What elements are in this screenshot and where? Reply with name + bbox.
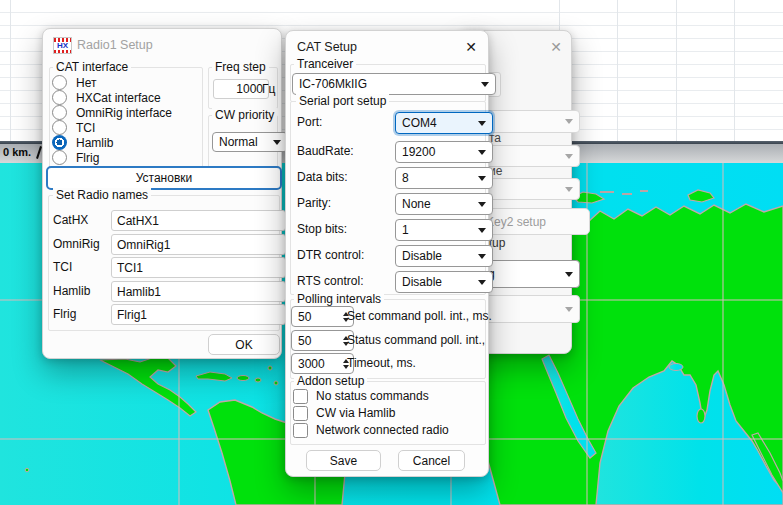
table-grid-line [676, 0, 677, 141]
island [255, 378, 261, 382]
window-title: CAT Setup [297, 40, 357, 54]
field-label: TCI [53, 260, 72, 274]
checkbox-icon [293, 389, 308, 404]
island [237, 376, 249, 381]
chevron-down-icon [478, 150, 486, 155]
parity-dropdown[interactable]: None [395, 193, 493, 215]
radio-option-tci[interactable]: TCI [52, 120, 95, 135]
tranceiver-label: Tranceiver [294, 57, 356, 71]
rts-dropdown[interactable]: Disable [395, 271, 493, 293]
field-label: Flrig [53, 307, 76, 321]
chevron-down-icon [565, 187, 573, 192]
loghx-app-icon: HX [53, 37, 72, 54]
map-scale-label: 0 km. [3, 146, 31, 158]
table-grid-line [617, 0, 618, 141]
no-status-commands-checkbox[interactable]: No status commands [293, 389, 429, 403]
island [274, 381, 278, 385]
cw-via-hamlib-checkbox[interactable]: CW via Hamlib [293, 406, 395, 420]
radio-icon [52, 105, 67, 120]
radio1-setup-dialog: HX Radio1 Setup CAT interface Нет HXCat … [42, 28, 282, 359]
table-grid-line [734, 0, 735, 141]
chevron-down-icon [565, 307, 573, 312]
serial-port-group-label: Serial port setup [296, 94, 389, 108]
cat-interface-group-label: CAT interface [53, 60, 131, 74]
radio-option-net[interactable]: Нет [52, 75, 96, 90]
status-poll-label: Status command poll. int., [347, 333, 485, 347]
addon-group-label: Addon setup [294, 374, 367, 388]
chevron-down-icon [565, 119, 573, 124]
dtr-label: DTR control: [297, 248, 364, 262]
cancel-button[interactable]: Cancel [398, 450, 465, 471]
databits-dropdown[interactable]: 8 [395, 167, 493, 189]
hamlib-name-input[interactable]: Hamlib1 [111, 281, 286, 302]
chevron-down-icon [565, 272, 573, 277]
polling-group-label: Polling intervals [294, 292, 384, 306]
set-radio-names-label: Set Radio names [53, 188, 151, 202]
network-radio-checkbox[interactable]: Network connected radio [293, 423, 449, 437]
field-label: Hamlib [53, 284, 90, 298]
close-icon[interactable]: ✕ [548, 39, 564, 55]
checkbox-icon [293, 406, 308, 421]
screen: { "map": { "scale_label": "0 km.", "colo… [0, 0, 783, 505]
port-label: Port: [297, 115, 322, 129]
timeout-spinner[interactable]: 3000 [291, 353, 354, 374]
freq-step-label: Freq step [212, 60, 269, 74]
cat-setup-dialog: CAT Setup ✕ Tranceiver IC-706MkIIG Seria… [285, 30, 489, 477]
timeout-label: Timeout, ms. [347, 356, 416, 370]
radio-icon [52, 75, 67, 90]
cathx-name-input[interactable]: CatHX1 [111, 210, 286, 231]
chevron-down-icon [478, 176, 486, 181]
checkbox-icon [293, 423, 308, 438]
stopbits-label: Stop bits: [297, 222, 347, 236]
freq-step-input[interactable]: 1000 [213, 79, 269, 99]
omnirig-name-input[interactable]: OmniRig1 [111, 234, 286, 255]
chevron-down-icon [481, 82, 489, 87]
window-title: Radio1 Setup [77, 38, 153, 52]
persian-gulf [669, 364, 683, 371]
table-grid-line [10, 0, 11, 141]
chevron-down-icon [478, 280, 486, 285]
freq-step-unit: Гц [262, 82, 275, 96]
island-speck [25, 468, 29, 472]
field-label: OmniRig [53, 237, 100, 251]
radio-selected-icon [52, 135, 67, 150]
ok-button[interactable]: OK [208, 334, 280, 355]
chevron-down-icon [478, 228, 486, 233]
chevron-down-icon [478, 121, 486, 126]
tranceiver-dropdown[interactable]: IC-706MkIIG [292, 73, 496, 95]
chevron-down-icon [273, 140, 281, 145]
chevron-down-icon [478, 202, 486, 207]
flrig-name-input[interactable]: Flrig1 [111, 304, 286, 325]
chevron-down-icon [565, 154, 573, 159]
cw-priority-dropdown[interactable]: Normal [212, 132, 288, 152]
land-srilanka [697, 409, 705, 423]
status-poll-spinner[interactable]: 50 [291, 330, 354, 351]
set-poll-spinner[interactable]: 50 [291, 306, 354, 327]
close-icon[interactable]: ✕ [463, 39, 479, 55]
baudrate-label: BaudRate: [297, 144, 354, 158]
radio-icon [52, 150, 67, 165]
dtr-dropdown[interactable]: Disable [395, 245, 493, 267]
radio-option-omnirig[interactable]: OmniRig interface [52, 105, 172, 120]
chevron-down-icon [478, 254, 486, 259]
port-dropdown[interactable]: COM4 [395, 112, 493, 134]
settings-button[interactable]: Установки [46, 166, 282, 190]
set-poll-label: Set command poll. int., ms. [347, 309, 492, 323]
cw-priority-label: CW priority [212, 108, 277, 122]
radio-option-hamlib[interactable]: Hamlib [52, 135, 113, 150]
rts-label: RTS control: [297, 274, 363, 288]
databits-label: Data bits: [297, 170, 348, 184]
save-button[interactable]: Save [306, 450, 381, 471]
radio-option-hxcat[interactable]: HXCat interface [52, 90, 161, 105]
radio-icon [52, 90, 67, 105]
island [268, 366, 272, 370]
baudrate-dropdown[interactable]: 19200 [395, 141, 493, 163]
parity-label: Parity: [297, 196, 331, 210]
field-label: CatHX [53, 213, 88, 227]
radio-icon [52, 120, 67, 135]
stopbits-dropdown[interactable]: 1 [395, 219, 493, 241]
tci-name-input[interactable]: TCI1 [111, 257, 286, 278]
radio-option-flrig[interactable]: Flrig [52, 150, 99, 165]
